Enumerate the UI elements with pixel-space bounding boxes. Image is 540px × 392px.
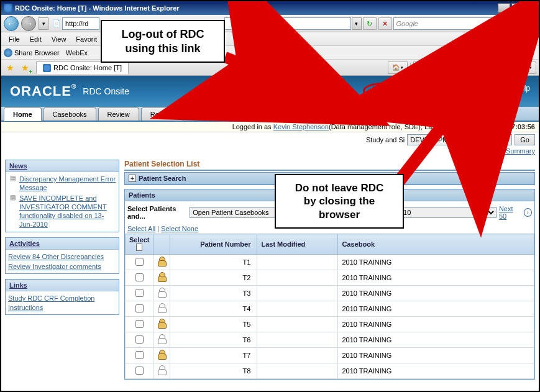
sidebar-news-title[interactable]: News bbox=[6, 160, 119, 172]
menu-file[interactable]: File bbox=[4, 35, 25, 43]
patient-icon[interactable] bbox=[157, 288, 166, 298]
tools-toolbar-button[interactable]: ⚙ Tools▾ bbox=[503, 62, 536, 74]
tab-home[interactable]: Home bbox=[4, 107, 42, 121]
tab-casebooks[interactable]: Casebooks bbox=[43, 107, 96, 121]
patient-icon[interactable] bbox=[157, 257, 166, 267]
casebook-cell: 2010 TRAINING bbox=[338, 317, 534, 332]
patient-search-label: Patient Search bbox=[139, 175, 186, 182]
col-icon bbox=[153, 234, 170, 255]
table-row: T22010 TRAINING bbox=[126, 270, 534, 286]
expand-search-button[interactable]: + bbox=[129, 175, 136, 182]
print-toolbar-button[interactable]: 🖶▾ bbox=[437, 62, 455, 74]
link-item[interactable]: Study RDC CRF Completion Instructions bbox=[8, 294, 116, 312]
globe-icon bbox=[4, 48, 12, 57]
preferences-link[interactable]: references bbox=[411, 84, 446, 99]
patient-icon[interactable] bbox=[157, 303, 166, 313]
patient-icon[interactable] bbox=[157, 365, 166, 375]
favorites-star-icon[interactable]: ★ bbox=[4, 62, 16, 74]
select-none-link[interactable]: Select None bbox=[161, 225, 198, 232]
col-select[interactable]: Select bbox=[126, 234, 153, 255]
study-go-button[interactable]: Go bbox=[515, 134, 535, 145]
browser-tab-bar: ★ ★ RDC Onsite: Home [T] 🏠▾ ▦▾ 🖶▾ 📄 Page… bbox=[1, 60, 539, 76]
window-title: RDC Onsite: Home [T] - Windows Internet … bbox=[15, 4, 498, 12]
row-checkbox[interactable] bbox=[135, 304, 144, 312]
nav-history-dropdown[interactable]: ▾ bbox=[39, 17, 48, 30]
webex-link[interactable]: WebEx bbox=[66, 49, 88, 57]
news-item-link[interactable]: SAVE INCOMPLETE and INVESTIGATOR COMMENT… bbox=[19, 194, 116, 229]
browser-tab[interactable]: RDC Onsite: Home [T] bbox=[36, 62, 129, 74]
patient-number-cell: T7 bbox=[170, 348, 257, 363]
home-toolbar-button[interactable]: 🏠▾ bbox=[388, 62, 408, 74]
search-button[interactable]: 🔍 bbox=[521, 17, 534, 30]
activity-link[interactable]: Review 84 Other Discrepancies bbox=[8, 252, 104, 261]
menu-view[interactable]: View bbox=[47, 35, 71, 43]
patient-icon[interactable] bbox=[157, 334, 166, 344]
patient-icon[interactable] bbox=[157, 319, 166, 329]
study-site-summary-link[interactable]: Study and Site Summary bbox=[459, 147, 535, 155]
last-modified-cell bbox=[257, 286, 338, 301]
patient-number-cell: T3 bbox=[170, 286, 257, 301]
share-browser-link[interactable]: Share Browser bbox=[4, 48, 60, 57]
change-password-link[interactable]: ange Password bbox=[455, 84, 506, 99]
address-mid-input[interactable] bbox=[224, 17, 351, 30]
sidebar-activities-title[interactable]: Activities bbox=[6, 238, 119, 250]
tab-review[interactable]: Review bbox=[98, 107, 139, 121]
page-toolbar-button[interactable]: 📄 Page▾ bbox=[461, 62, 497, 74]
casebook-cell: 2010 TRAINING bbox=[338, 348, 534, 363]
patient-icon[interactable] bbox=[157, 272, 166, 282]
last-modified-cell bbox=[257, 255, 338, 270]
sidebar-links: Links Study RDC CRF Completion Instructi… bbox=[5, 279, 119, 315]
next-page-icon[interactable]: › bbox=[524, 208, 532, 217]
feeds-toolbar-button[interactable]: ▦▾ bbox=[413, 62, 431, 74]
row-checkbox[interactable] bbox=[135, 258, 144, 266]
sidebar-links-title[interactable]: Links bbox=[6, 280, 119, 291]
row-checkbox[interactable] bbox=[135, 335, 144, 344]
col-patient-number[interactable]: Patient Number bbox=[170, 234, 257, 255]
last-modified-cell bbox=[257, 317, 338, 332]
row-checkbox[interactable] bbox=[135, 273, 144, 281]
tab-reports[interactable]: Reports bbox=[141, 107, 184, 121]
address-input[interactable] bbox=[62, 17, 99, 30]
minimize-button[interactable]: ⎯ bbox=[498, 3, 510, 13]
logout-link[interactable]: Logout bbox=[363, 83, 402, 99]
maximize-button[interactable]: ☐ bbox=[511, 3, 524, 13]
row-checkbox[interactable] bbox=[135, 320, 144, 328]
sidebar-activities: Activities Review 84 Other Discrepancies… bbox=[5, 237, 119, 275]
back-button[interactable]: ← bbox=[4, 16, 19, 31]
news-item-link[interactable]: Discrepancy Management Error Message bbox=[19, 175, 116, 193]
search-input[interactable] bbox=[393, 17, 520, 30]
login-status-bar: Logged in as Kevin Stephenson(Data manag… bbox=[1, 122, 539, 132]
col-last-modified[interactable]: Last Modified bbox=[257, 234, 338, 255]
refresh-button[interactable]: ↻ bbox=[363, 17, 377, 30]
help-link[interactable]: Help bbox=[515, 84, 530, 99]
last-modified-cell bbox=[257, 332, 338, 348]
forward-button[interactable]: → bbox=[21, 16, 36, 31]
patient-icon[interactable] bbox=[157, 350, 166, 360]
study-select[interactable]: DEVELOPMENT bbox=[407, 134, 473, 145]
last-modified-cell bbox=[257, 301, 338, 317]
oracle-logo: ORACLE® bbox=[10, 83, 76, 99]
stop-button[interactable]: ✕ bbox=[378, 17, 392, 30]
site-select[interactable]: 388203 bbox=[475, 134, 512, 145]
sidebar-news: News ▤Discrepancy Management Error Messa… bbox=[5, 160, 119, 232]
patients-label: Patients bbox=[129, 191, 155, 199]
row-checkbox[interactable] bbox=[135, 351, 144, 359]
last-modified-cell bbox=[257, 270, 338, 286]
favicon-icon: 📄 bbox=[52, 19, 61, 27]
user-link[interactable]: Kevin Stephenson bbox=[273, 123, 329, 130]
add-favorite-icon[interactable]: ★ bbox=[19, 62, 31, 74]
select-all-link[interactable]: Select All bbox=[127, 225, 155, 232]
address-dropdown[interactable]: ▾ bbox=[352, 17, 362, 30]
app-name: RDC Onsite bbox=[83, 86, 129, 96]
sidebar: News ▤Discrepancy Management Error Messa… bbox=[5, 160, 119, 383]
study-site-label: Study and Si bbox=[366, 136, 405, 144]
next-page-link[interactable]: Next 50 bbox=[499, 205, 521, 220]
menu-favorites[interactable]: Favorit bbox=[71, 35, 102, 43]
row-checkbox[interactable] bbox=[135, 289, 144, 297]
menu-edit[interactable]: Edit bbox=[25, 35, 47, 43]
activity-link[interactable]: Review Investigator comments bbox=[8, 262, 101, 271]
share-browser-label: Share Browser bbox=[14, 49, 60, 57]
row-checkbox[interactable] bbox=[135, 367, 144, 375]
close-window-button[interactable]: ✕ bbox=[525, 3, 538, 13]
col-casebook[interactable]: Casebook bbox=[338, 234, 534, 255]
